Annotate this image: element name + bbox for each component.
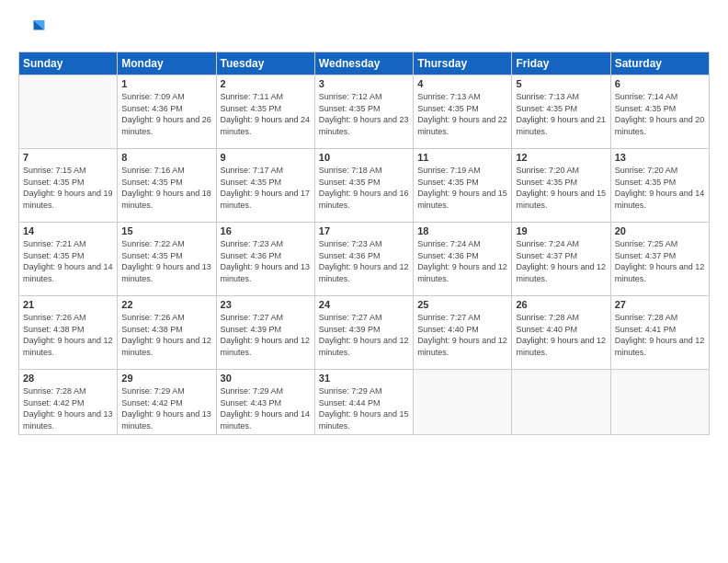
calendar-day-cell: 7 Sunrise: 7:15 AM Sunset: 4:35 PM Dayli… (19, 149, 118, 223)
day-number: 28 (23, 373, 113, 384)
day-number: 5 (516, 78, 606, 89)
day-number: 9 (221, 152, 311, 163)
day-number: 11 (417, 152, 507, 163)
calendar-day-cell: 16 Sunrise: 7:23 AM Sunset: 4:36 PM Dayl… (216, 223, 314, 296)
logo (18, 15, 50, 42)
calendar-day-cell: 4 Sunrise: 7:13 AM Sunset: 4:35 PM Dayli… (414, 75, 512, 149)
calendar-week-row: 14 Sunrise: 7:21 AM Sunset: 4:35 PM Dayl… (19, 223, 710, 296)
calendar-table: SundayMondayTuesdayWednesdayThursdayFrid… (18, 52, 710, 435)
day-number: 22 (121, 299, 211, 310)
day-number: 25 (417, 299, 507, 310)
day-number: 19 (516, 225, 606, 236)
calendar-day-cell: 10 Sunrise: 7:18 AM Sunset: 4:35 PM Dayl… (314, 149, 413, 223)
calendar-day-cell: 11 Sunrise: 7:19 AM Sunset: 4:35 PM Dayl… (414, 149, 512, 223)
day-info: Sunrise: 7:27 AM Sunset: 4:39 PM Dayligh… (319, 312, 409, 358)
day-number: 26 (516, 299, 606, 310)
calendar-day-cell: 28 Sunrise: 7:28 AM Sunset: 4:42 PM Dayl… (19, 370, 118, 435)
day-info: Sunrise: 7:12 AM Sunset: 4:35 PM Dayligh… (319, 91, 409, 137)
day-info: Sunrise: 7:29 AM Sunset: 4:43 PM Dayligh… (221, 385, 311, 431)
calendar-day-cell: 6 Sunrise: 7:14 AM Sunset: 4:35 PM Dayli… (610, 75, 709, 149)
day-number: 7 (23, 152, 113, 163)
day-info: Sunrise: 7:18 AM Sunset: 4:35 PM Dayligh… (319, 165, 409, 211)
day-info: Sunrise: 7:22 AM Sunset: 4:35 PM Dayligh… (121, 238, 211, 284)
day-number: 16 (221, 225, 311, 236)
calendar-day-cell: 3 Sunrise: 7:12 AM Sunset: 4:35 PM Dayli… (314, 75, 413, 149)
calendar-week-row: 7 Sunrise: 7:15 AM Sunset: 4:35 PM Dayli… (19, 149, 710, 223)
calendar-day-cell: 23 Sunrise: 7:27 AM Sunset: 4:39 PM Dayl… (216, 296, 314, 370)
calendar-day-cell: 30 Sunrise: 7:29 AM Sunset: 4:43 PM Dayl… (216, 370, 314, 435)
day-info: Sunrise: 7:20 AM Sunset: 4:35 PM Dayligh… (516, 165, 606, 211)
calendar-day-cell: 27 Sunrise: 7:28 AM Sunset: 4:41 PM Dayl… (610, 296, 709, 370)
day-info: Sunrise: 7:19 AM Sunset: 4:35 PM Dayligh… (417, 165, 507, 211)
day-number: 4 (417, 78, 507, 89)
calendar-day-cell: 18 Sunrise: 7:24 AM Sunset: 4:36 PM Dayl… (414, 223, 512, 296)
calendar-day-cell: 12 Sunrise: 7:20 AM Sunset: 4:35 PM Dayl… (512, 149, 610, 223)
calendar-day-cell (610, 370, 709, 435)
day-info: Sunrise: 7:26 AM Sunset: 4:38 PM Dayligh… (121, 312, 211, 358)
calendar-day-cell: 5 Sunrise: 7:13 AM Sunset: 4:35 PM Dayli… (512, 75, 610, 149)
calendar-day-header: Sunday (19, 52, 118, 75)
calendar-day-cell: 2 Sunrise: 7:11 AM Sunset: 4:35 PM Dayli… (216, 75, 314, 149)
day-info: Sunrise: 7:21 AM Sunset: 4:35 PM Dayligh… (23, 238, 113, 284)
calendar-day-cell: 21 Sunrise: 7:26 AM Sunset: 4:38 PM Dayl… (19, 296, 118, 370)
day-number: 6 (615, 78, 705, 89)
calendar-day-cell: 31 Sunrise: 7:29 AM Sunset: 4:44 PM Dayl… (314, 370, 413, 435)
day-number: 29 (121, 373, 211, 384)
calendar-day-cell (19, 75, 118, 149)
calendar-header-row: SundayMondayTuesdayWednesdayThursdayFrid… (19, 52, 710, 75)
calendar-day-header: Friday (512, 52, 610, 75)
day-number: 31 (319, 373, 409, 384)
calendar-day-cell: 13 Sunrise: 7:20 AM Sunset: 4:35 PM Dayl… (610, 149, 709, 223)
calendar-day-cell: 17 Sunrise: 7:23 AM Sunset: 4:36 PM Dayl… (314, 223, 413, 296)
day-info: Sunrise: 7:26 AM Sunset: 4:38 PM Dayligh… (23, 312, 113, 358)
calendar-day-cell: 9 Sunrise: 7:17 AM Sunset: 4:35 PM Dayli… (216, 149, 314, 223)
day-info: Sunrise: 7:16 AM Sunset: 4:35 PM Dayligh… (121, 165, 211, 211)
calendar-day-cell (414, 370, 512, 435)
day-number: 20 (615, 225, 705, 236)
day-number: 15 (121, 225, 211, 236)
day-info: Sunrise: 7:27 AM Sunset: 4:40 PM Dayligh… (417, 312, 507, 358)
page: SundayMondayTuesdayWednesdayThursdayFrid… (0, 0, 728, 563)
calendar-day-cell: 8 Sunrise: 7:16 AM Sunset: 4:35 PM Dayli… (118, 149, 216, 223)
day-info: Sunrise: 7:09 AM Sunset: 4:36 PM Dayligh… (121, 91, 211, 137)
day-number: 2 (221, 78, 311, 89)
day-number: 24 (319, 299, 409, 310)
day-number: 30 (221, 373, 311, 384)
day-number: 17 (319, 225, 409, 236)
calendar-day-cell: 26 Sunrise: 7:28 AM Sunset: 4:40 PM Dayl… (512, 296, 610, 370)
day-number: 10 (319, 152, 409, 163)
day-number: 14 (23, 225, 113, 236)
calendar-week-row: 1 Sunrise: 7:09 AM Sunset: 4:36 PM Dayli… (19, 75, 710, 149)
calendar-day-header: Wednesday (314, 52, 413, 75)
day-number: 13 (615, 152, 705, 163)
day-info: Sunrise: 7:13 AM Sunset: 4:35 PM Dayligh… (417, 91, 507, 137)
calendar-day-header: Thursday (414, 52, 512, 75)
calendar-day-cell: 25 Sunrise: 7:27 AM Sunset: 4:40 PM Dayl… (414, 296, 512, 370)
day-number: 21 (23, 299, 113, 310)
calendar-day-header: Saturday (610, 52, 709, 75)
calendar-day-header: Tuesday (216, 52, 314, 75)
day-info: Sunrise: 7:25 AM Sunset: 4:37 PM Dayligh… (615, 238, 705, 284)
day-info: Sunrise: 7:29 AM Sunset: 4:42 PM Dayligh… (121, 385, 211, 431)
day-info: Sunrise: 7:20 AM Sunset: 4:35 PM Dayligh… (615, 165, 705, 211)
day-info: Sunrise: 7:28 AM Sunset: 4:40 PM Dayligh… (516, 312, 606, 358)
day-info: Sunrise: 7:24 AM Sunset: 4:37 PM Dayligh… (516, 238, 606, 284)
calendar-day-cell: 14 Sunrise: 7:21 AM Sunset: 4:35 PM Dayl… (19, 223, 118, 296)
calendar-week-row: 21 Sunrise: 7:26 AM Sunset: 4:38 PM Dayl… (19, 296, 710, 370)
day-number: 1 (121, 78, 211, 89)
day-info: Sunrise: 7:15 AM Sunset: 4:35 PM Dayligh… (23, 165, 113, 211)
calendar-day-cell: 29 Sunrise: 7:29 AM Sunset: 4:42 PM Dayl… (118, 370, 216, 435)
day-info: Sunrise: 7:28 AM Sunset: 4:41 PM Dayligh… (615, 312, 705, 358)
calendar-day-cell (512, 370, 610, 435)
calendar-day-cell: 20 Sunrise: 7:25 AM Sunset: 4:37 PM Dayl… (610, 223, 709, 296)
day-info: Sunrise: 7:14 AM Sunset: 4:35 PM Dayligh… (615, 91, 705, 137)
day-number: 8 (121, 152, 211, 163)
calendar-day-cell: 15 Sunrise: 7:22 AM Sunset: 4:35 PM Dayl… (118, 223, 216, 296)
day-info: Sunrise: 7:17 AM Sunset: 4:35 PM Dayligh… (221, 165, 311, 211)
logo-icon (18, 15, 46, 42)
day-info: Sunrise: 7:27 AM Sunset: 4:39 PM Dayligh… (221, 312, 311, 358)
calendar-day-cell: 22 Sunrise: 7:26 AM Sunset: 4:38 PM Dayl… (118, 296, 216, 370)
header (18, 15, 710, 42)
day-info: Sunrise: 7:29 AM Sunset: 4:44 PM Dayligh… (319, 385, 409, 431)
day-info: Sunrise: 7:23 AM Sunset: 4:36 PM Dayligh… (221, 238, 311, 284)
